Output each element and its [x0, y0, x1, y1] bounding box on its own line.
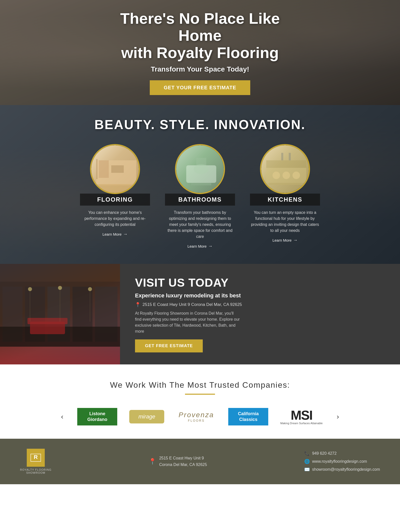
svg-rect-15: [281, 153, 283, 160]
svg-rect-2: [111, 165, 124, 173]
trusted-section: We Work With The Most Trusted Companies:…: [0, 364, 400, 439]
learn-more-arrow-kitchens: →: [293, 238, 298, 243]
visit-section: VISIT US TODAY Experience luxury remodel…: [0, 264, 400, 364]
footer-contact: 📞 949 620 4272 🌐 www.royaltyflooringdesi…: [304, 451, 380, 472]
visit-subtitle: Experience luxury remodeling at its best: [135, 292, 242, 299]
trusted-title: We Work With The Most Trusted Companies:: [20, 380, 380, 390]
footer-phone: 949 620 4272: [312, 451, 337, 456]
logo-provenza: Provenza FLOORS: [176, 407, 216, 427]
visit-address-text: 2515 E Coast Hwy Unit 9 Corona Del Mar, …: [142, 302, 242, 307]
footer-address-text: 2515 E Coast Hwy Unit 9 Corona Del Mar, …: [159, 455, 207, 468]
footer-address: 📍 2515 E Coast Hwy Unit 9 Corona Del Mar…: [149, 455, 207, 468]
logo-mirage: mirage: [129, 407, 164, 427]
footer-website-item: 🌐 www.royaltyflooringdesign.com: [304, 459, 380, 464]
svg-point-12: [282, 172, 290, 179]
logos-row: ‹ Listone Giordano mirage Provenza FLOOR…: [20, 407, 380, 427]
royalty-logo-svg: R: [30, 451, 42, 464]
svg-rect-1: [99, 160, 109, 178]
beauty-content: BEAUTY. STYLE. INNOVATION.: [20, 117, 380, 249]
flooring-card: FLOORING You can enhance your home's per…: [80, 144, 150, 249]
svg-rect-7: [191, 183, 211, 185]
svg-text:R: R: [34, 454, 38, 460]
svg-rect-10: [266, 160, 306, 168]
visit-text: VISIT US TODAY Experience luxury remodel…: [120, 264, 257, 364]
bathrooms-learn-more[interactable]: Learn More →: [188, 244, 213, 249]
msi-logo: MSI Making Dream Surfaces Attainable: [280, 409, 322, 425]
kitchens-learn-more[interactable]: Learn More →: [272, 238, 298, 243]
svg-point-11: [272, 172, 280, 179]
bathrooms-bg: [176, 145, 224, 193]
beauty-cards: FLOORING You can enhance your home's per…: [20, 144, 380, 249]
svg-rect-14: [269, 183, 304, 185]
kitchens-description: You can turn an empty space into a funct…: [250, 210, 320, 234]
visit-cta-button[interactable]: GET FREE ESTIMATE: [135, 339, 203, 352]
pin-icon: 📍: [135, 302, 140, 307]
footer-email: showroom@royaltyflooringdesign.com: [312, 467, 380, 472]
bathrooms-svg: [176, 145, 225, 194]
svg-rect-3: [91, 184, 140, 194]
footer-logo-text: ROYALTY FLOORING SHOWROOM: [20, 468, 52, 474]
trusted-divider: [185, 394, 215, 395]
flooring-image: [90, 144, 140, 194]
visit-address: 📍 2515 E Coast Hwy Unit 9 Corona Del Mar…: [135, 302, 242, 307]
svg-rect-8: [196, 158, 206, 165]
footer-address-line1: 2515 E Coast Hwy Unit 9: [159, 455, 207, 461]
beauty-title: BEAUTY. STYLE. INNOVATION.: [20, 117, 380, 132]
svg-rect-16: [289, 153, 291, 160]
kitchens-svg: [261, 145, 310, 194]
svg-rect-4: [96, 159, 98, 179]
svg-point-13: [292, 172, 300, 179]
svg-point-6: [194, 164, 209, 174]
email-icon: ✉️: [304, 467, 310, 472]
footer-address-line2: Corona Del Mar, CA 92625: [159, 461, 207, 468]
footer: R ROYALTY FLOORING SHOWROOM 📍 2515 E Coa…: [0, 439, 400, 484]
flooring-bg: [91, 145, 139, 193]
hero-subheading: Transform Your Space Today!: [100, 65, 300, 73]
kitchens-bg: [261, 145, 309, 193]
visit-image: [0, 264, 120, 364]
bathrooms-label: BATHROOMS: [165, 194, 235, 206]
hero-heading: There's No Place Like Home with Royalty …: [100, 10, 300, 61]
footer-phone-item: 📞 949 620 4272: [304, 451, 380, 456]
logos-prev-arrow[interactable]: ‹: [59, 411, 65, 423]
logos-next-arrow[interactable]: ›: [335, 411, 341, 423]
kitchens-image: [260, 144, 310, 194]
beauty-section: BEAUTY. STYLE. INNOVATION.: [0, 105, 400, 264]
footer-website: www.royaltyflooringdesign.com: [312, 459, 367, 464]
footer-logo-icon: R: [27, 449, 45, 467]
svg-rect-25: [28, 318, 68, 324]
learn-more-arrow-bathrooms: →: [208, 244, 212, 249]
bathrooms-image: [175, 144, 225, 194]
visit-showroom-svg: [0, 282, 120, 347]
footer-pin-icon: 📍: [149, 458, 156, 465]
visit-title: VISIT US TODAY: [135, 276, 242, 289]
footer-email-item: ✉️ showroom@royaltyflooringdesign.com: [304, 467, 380, 472]
learn-more-arrow-flooring: →: [123, 232, 128, 237]
hero-content: There's No Place Like Home with Royalty …: [100, 10, 300, 95]
provenza-logo: Provenza FLOORS: [176, 411, 216, 422]
hero-section: There's No Place Like Home with Royalty …: [0, 0, 400, 105]
flooring-svg: [91, 145, 140, 194]
logo-msi: MSI Making Dream Surfaces Attainable: [280, 407, 322, 427]
phone-icon: 📞: [304, 451, 310, 456]
logo-california: California Classics: [228, 407, 268, 427]
flooring-label: FLOORING: [80, 194, 150, 206]
hero-cta-button[interactable]: GET YOUR FREE ESTIMATE: [150, 80, 250, 95]
kitchens-label: KITCHENS: [250, 194, 320, 206]
bathrooms-card: BATHROOMS Transform your bathrooms by op…: [165, 144, 235, 249]
california-classics-logo: California Classics: [228, 408, 268, 426]
footer-logo: R ROYALTY FLOORING SHOWROOM: [20, 449, 52, 474]
mirage-logo: mirage: [129, 410, 164, 423]
kitchens-card: KITCHENS You can turn an empty space int…: [250, 144, 320, 249]
bathrooms-description: Transform your bathrooms by optimizing a…: [165, 210, 235, 240]
logo-listone: Listone Giordano: [77, 407, 117, 427]
visit-description: At Royalty Flooring Showroom in Corona D…: [135, 310, 240, 334]
flooring-learn-more[interactable]: Learn More →: [102, 232, 128, 237]
globe-icon: 🌐: [304, 459, 310, 464]
listone-giordano-logo: Listone Giordano: [77, 408, 117, 426]
flooring-description: You can enhance your home's performance …: [80, 210, 150, 228]
